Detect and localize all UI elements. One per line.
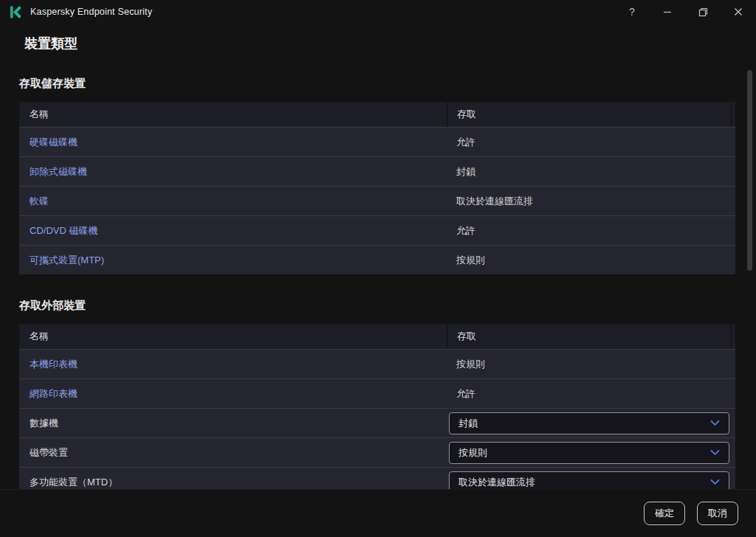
table-header: 名稱 存取	[19, 324, 735, 349]
access-value: 允許	[456, 136, 475, 149]
access-cell: 取決於連線匯流排	[447, 187, 735, 215]
access-dropdown[interactable]: 封鎖	[449, 412, 729, 434]
access-dropdown-value: 封鎖	[458, 417, 710, 430]
column-header-name: 名稱	[19, 330, 447, 343]
table-row: 磁帶裝置 按規則	[19, 437, 735, 467]
ok-button[interactable]: 確定	[644, 502, 685, 525]
access-cell: 按規則	[447, 350, 735, 378]
table-row: 軟碟 取決於連線匯流排	[19, 186, 735, 215]
cancel-button[interactable]: 取消	[697, 502, 738, 525]
device-name: 多功能裝置（MTD）	[19, 476, 447, 489]
table-body: 本機印表機 按規則 網路印表機 允許 數據機 封鎖 磁帶裝置	[19, 349, 735, 489]
access-cell: 按規則	[447, 246, 735, 274]
sections-mount: 存取儲存裝置 名稱 存取 硬碟磁碟機 允許 卸除式磁碟機 封鎖 軟碟 取決於連線…	[19, 77, 735, 489]
access-cell: 允許	[447, 216, 735, 245]
device-name-link[interactable]: 本機印表機	[19, 358, 447, 371]
content: 裝置類型 存取儲存裝置 名稱 存取 硬碟磁碟機 允許 卸除式磁碟機 封鎖 軟碟 …	[0, 24, 756, 489]
table-header: 名稱 存取	[19, 102, 735, 127]
table-row: 卸除式磁碟機 封鎖	[19, 156, 735, 186]
device-table: 名稱 存取 硬碟磁碟機 允許 卸除式磁碟機 封鎖 軟碟 取決於連線匯流排 CD/…	[19, 102, 735, 274]
minimize-button[interactable]	[650, 0, 685, 24]
column-header-access: 存取	[447, 324, 731, 349]
kaspersky-logo-icon	[9, 5, 23, 19]
access-value: 按規則	[456, 254, 485, 267]
device-name-link[interactable]: 硬碟磁碟機	[19, 136, 447, 149]
table-row: 網路印表機 允許	[19, 378, 735, 408]
table-row: CD/DVD 磁碟機 允許	[19, 215, 735, 245]
access-dropdown[interactable]: 按規則	[449, 442, 729, 464]
access-dropdown-value: 按規則	[458, 446, 710, 460]
close-button[interactable]	[721, 0, 756, 24]
device-name-link[interactable]: 卸除式磁碟機	[19, 165, 447, 179]
vertical-scrollbar[interactable]	[747, 70, 752, 271]
column-header-end	[731, 324, 735, 349]
access-cell: 取決於連線匯流排	[447, 468, 735, 489]
access-value: 允許	[456, 387, 475, 401]
device-section: 存取外部裝置 名稱 存取 本機印表機 按規則 網路印表機 允許 數據機 封鎖	[19, 299, 735, 489]
column-header-name: 名稱	[19, 108, 447, 121]
table-row: 本機印表機 按規則	[19, 349, 735, 378]
access-cell: 允許	[447, 128, 735, 156]
help-button[interactable]: ?	[614, 0, 650, 24]
device-name-link[interactable]: 軟碟	[19, 195, 447, 208]
access-value: 按規則	[456, 358, 485, 371]
window-controls: ?	[614, 0, 756, 24]
app-title: Kaspersky Endpoint Security	[30, 7, 152, 17]
access-cell: 允許	[447, 379, 735, 408]
device-name: 數據機	[19, 417, 447, 430]
device-table: 名稱 存取 本機印表機 按規則 網路印表機 允許 數據機 封鎖	[19, 324, 735, 489]
chevron-down-icon	[710, 447, 720, 458]
access-cell: 按規則	[447, 438, 735, 467]
access-cell: 封鎖	[447, 409, 735, 437]
section-title: 存取儲存裝置	[19, 77, 735, 91]
access-cell: 封鎖	[447, 157, 735, 186]
footer: 確定 取消	[0, 489, 756, 537]
device-name: 磁帶裝置	[19, 446, 447, 460]
table-row: 多功能裝置（MTD） 取決於連線匯流排	[19, 467, 735, 489]
device-name-link[interactable]: 網路印表機	[19, 387, 447, 401]
table-row: 可攜式裝置(MTP) 按規則	[19, 245, 735, 274]
column-header-access: 存取	[447, 102, 731, 127]
chevron-down-icon	[710, 418, 720, 429]
table-body: 硬碟磁碟機 允許 卸除式磁碟機 封鎖 軟碟 取決於連線匯流排 CD/DVD 磁碟…	[19, 127, 735, 274]
device-name-link[interactable]: 可攜式裝置(MTP)	[19, 254, 447, 267]
restore-button[interactable]	[685, 0, 721, 24]
table-row: 硬碟磁碟機 允許	[19, 127, 735, 156]
chevron-down-icon	[710, 477, 720, 488]
device-name-link[interactable]: CD/DVD 磁碟機	[19, 224, 447, 238]
access-value: 取決於連線匯流排	[456, 195, 533, 208]
table-row: 數據機 封鎖	[19, 408, 735, 437]
access-value: 封鎖	[456, 165, 475, 179]
access-value: 允許	[456, 224, 475, 238]
page-title: 裝置類型	[24, 35, 735, 52]
section-title: 存取外部裝置	[19, 299, 735, 313]
device-section: 存取儲存裝置 名稱 存取 硬碟磁碟機 允許 卸除式磁碟機 封鎖 軟碟 取決於連線…	[19, 77, 735, 274]
titlebar: Kaspersky Endpoint Security ?	[0, 0, 756, 24]
kaspersky-window: Kaspersky Endpoint Security ? 裝置類型 存取儲存裝…	[0, 0, 756, 537]
access-dropdown[interactable]: 取決於連線匯流排	[449, 471, 729, 490]
access-dropdown-value: 取決於連線匯流排	[458, 476, 710, 489]
column-header-end	[731, 102, 735, 127]
